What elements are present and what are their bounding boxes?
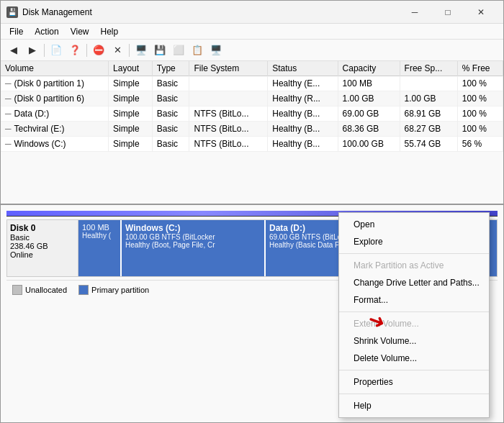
cell-3-6: 68.27 GB (400, 122, 457, 137)
cell-3-4: Healthy (B... (268, 122, 338, 137)
menu-view[interactable]: View (65, 25, 95, 38)
window-title: Disk Management (22, 7, 398, 17)
table-row[interactable]: ─Data (D:)SimpleBasicNTFS (BitLo...Healt… (1, 106, 503, 122)
col-filesystem[interactable]: File System (189, 61, 268, 76)
legend-unalloc-label: Unallocated (25, 286, 67, 294)
tool-empty[interactable]: ⬜ (170, 42, 187, 58)
separator-3 (129, 44, 130, 57)
cell-2-1: Simple (109, 106, 153, 122)
context-menu-item-open[interactable]: Open (339, 216, 489, 233)
table-row[interactable]: ─(Disk 0 partition 1)SimpleBasicHealthy … (1, 76, 503, 91)
cell-3-0: ─Techviral (E:) (1, 122, 109, 137)
cell-0-4: Healthy (E... (268, 76, 338, 91)
window-controls: ─ □ ✕ (398, 1, 498, 24)
context-menu-item-properties[interactable]: Properties (339, 373, 489, 391)
menu-file[interactable]: File (4, 25, 29, 38)
context-menu-item-delete[interactable]: Delete Volume... (339, 350, 489, 367)
cell-4-5: 100.00 GB (338, 137, 400, 152)
cell-1-0: ─(Disk 0 partition 6) (1, 91, 109, 106)
cell-4-2: Basic (152, 137, 189, 152)
partition-c-name: Windows (C:) (125, 223, 261, 233)
col-layout[interactable]: Layout (109, 61, 153, 76)
cell-3-5: 68.36 GB (338, 122, 400, 137)
partition-c-fs: 100.00 GB NTFS (BitLocker (125, 233, 261, 241)
cell-0-6 (400, 76, 457, 91)
cell-4-4: Healthy (B... (268, 137, 338, 152)
toolbar: ◀ ▶ 📄 ❓ ⛔ ✕ 🖥️ 💾 ⬜ 📋 🖥️ (1, 40, 503, 61)
cell-4-3: NTFS (BitLo... (189, 137, 268, 152)
disk-status: Online (10, 250, 75, 259)
context-menu-item-help[interactable]: Help (339, 397, 489, 414)
context-menu-item-change-drive[interactable]: Change Drive Letter and Paths... (339, 274, 489, 291)
volume-table-area: Volume Layout Type File System Status Ca… (1, 61, 503, 205)
cell-3-7: 100 % (457, 122, 503, 137)
context-menu-item-format[interactable]: Format... (339, 291, 489, 309)
context-menu-item-shrink[interactable]: Shrink Volume... (339, 332, 489, 350)
maximize-button[interactable]: □ (431, 1, 464, 24)
context-menu-separator (339, 311, 489, 312)
partition-c-drive[interactable]: Windows (C:) 100.00 GB NTFS (BitLocker H… (122, 220, 266, 276)
tool-page[interactable]: 📄 (48, 42, 65, 58)
close-button[interactable]: ✕ (464, 1, 498, 24)
volume-table: Volume Layout Type File System Status Ca… (1, 61, 503, 152)
cell-0-3 (189, 76, 268, 91)
disk-type: Basic (10, 233, 75, 242)
cell-2-3: NTFS (BitLo... (189, 106, 268, 122)
tool-list[interactable]: 📋 (189, 42, 206, 58)
cell-1-1: Simple (109, 91, 153, 106)
col-status[interactable]: Status (268, 61, 338, 76)
cell-4-1: Simple (109, 137, 153, 152)
legend-unalloc-box (12, 285, 22, 295)
minimize-button[interactable]: ─ (398, 1, 431, 24)
menu-action[interactable]: Action (29, 25, 64, 38)
context-menu-item-explore[interactable]: Explore (339, 233, 489, 250)
menu-bar: File Action View Help (1, 24, 503, 40)
disk-label: Disk 0 Basic 238.46 GB Online (6, 219, 78, 277)
cell-1-5: 1.00 GB (338, 91, 400, 106)
tool-close[interactable]: ✕ (109, 42, 126, 58)
cell-1-3 (189, 91, 268, 106)
partition-small-status: Healthy ( (82, 232, 117, 240)
cell-0-2: Basic (152, 76, 189, 91)
tool-save[interactable]: 💾 (151, 42, 168, 58)
partition-100mb[interactable]: 100 MB Healthy ( (78, 220, 122, 276)
cell-1-6: 1.00 GB (400, 91, 457, 106)
context-menu-separator (339, 370, 489, 370)
menu-help[interactable]: Help (95, 25, 125, 38)
back-button[interactable]: ◀ (5, 42, 22, 58)
forward-button[interactable]: ▶ (24, 42, 41, 58)
legend-primary: Primary partition (78, 285, 149, 295)
col-capacity[interactable]: Capacity (338, 61, 400, 76)
table-row[interactable]: ─Windows (C:)SimpleBasicNTFS (BitLo...He… (1, 137, 503, 152)
cell-0-0: ─(Disk 0 partition 1) (1, 76, 109, 91)
partition-c-status: Healthy (Boot, Page File, Cr (125, 241, 261, 249)
legend-primary-box (78, 285, 89, 295)
separator-1 (44, 44, 45, 57)
cell-1-7: 100 % (457, 91, 503, 106)
table-row[interactable]: ─(Disk 0 partition 6)SimpleBasicHealthy … (1, 91, 503, 106)
tool-disk[interactable]: 🖥️ (132, 42, 150, 58)
legend-primary-label: Primary partition (91, 286, 149, 294)
cell-3-1: Simple (109, 122, 153, 137)
table-row[interactable]: ─Techviral (E:)SimpleBasicNTFS (BitLo...… (1, 122, 503, 137)
disk-management-window: 💾 Disk Management ─ □ ✕ File Action View… (0, 0, 504, 423)
col-type[interactable]: Type (152, 61, 189, 76)
col-volume[interactable]: Volume (1, 61, 109, 76)
cell-2-0: ─Data (D:) (1, 106, 109, 122)
tool-monitor[interactable]: 🖥️ (207, 42, 225, 58)
context-menu-item-extend: Extend Volume... (339, 315, 489, 332)
title-bar: 💾 Disk Management ─ □ ✕ (1, 1, 503, 24)
tool-help[interactable]: ❓ (66, 42, 84, 58)
context-menu-separator (339, 253, 489, 254)
cell-1-4: Healthy (R... (268, 91, 338, 106)
context-menu-separator (339, 394, 489, 394)
app-icon: 💾 (6, 6, 18, 18)
cell-3-3: NTFS (BitLo... (189, 122, 268, 137)
cell-0-7: 100 % (457, 76, 503, 91)
col-free[interactable]: Free Sp... (400, 61, 457, 76)
cell-2-7: 100 % (457, 106, 503, 122)
cell-2-4: Healthy (B... (268, 106, 338, 122)
col-pct-free[interactable]: % Free (457, 61, 503, 76)
tool-stop[interactable]: ⛔ (90, 42, 107, 58)
table-header-row: Volume Layout Type File System Status Ca… (1, 61, 503, 76)
